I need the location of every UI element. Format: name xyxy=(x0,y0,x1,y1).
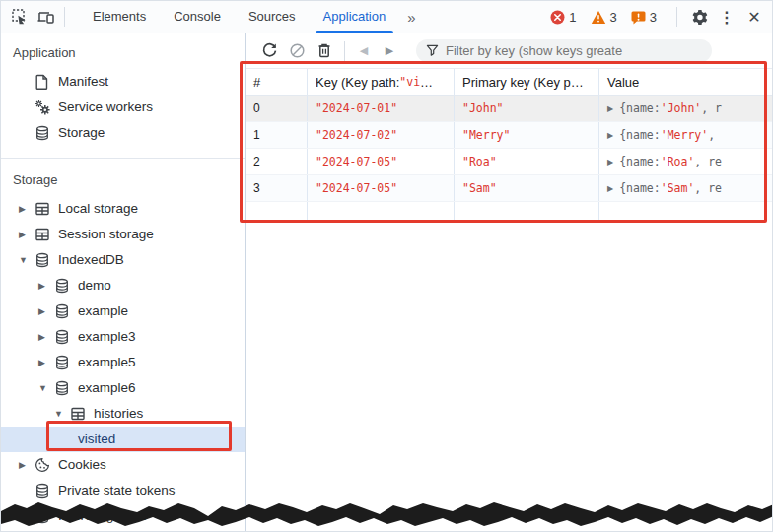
devtools-topbar: Elements Console Sources Application » 1 xyxy=(1,1,772,33)
sidebar-item-service-workers[interactable]: Service workers xyxy=(1,95,245,120)
close-devtools-icon[interactable]: ✕ xyxy=(742,5,766,29)
cell-primary-key: "Sam" xyxy=(455,175,599,201)
chevron-collapsed-icon[interactable]: ▶ xyxy=(19,230,35,239)
chevron-collapsed-icon[interactable]: ▶ xyxy=(19,204,35,214)
header-primary-key[interactable]: Primary key (Key p… xyxy=(455,69,599,95)
datagrid-row-1[interactable]: 1 "2024-07-02" "Merry" ▶{name: 'Merry', xyxy=(246,122,772,149)
sidebar-item-storage[interactable]: Storage xyxy=(1,120,245,146)
kebab-menu-icon[interactable]: ⋮ xyxy=(715,5,738,29)
sidebar-item-store-histories[interactable]: ▼ histories xyxy=(1,401,245,427)
header-index[interactable]: # xyxy=(246,69,308,95)
sidebar-item-interest-groups[interactable]: Interest groups xyxy=(1,503,245,529)
clear-object-store-icon[interactable] xyxy=(283,38,311,64)
issues-badge[interactable]: 3 xyxy=(631,10,661,25)
database-icon xyxy=(54,355,71,371)
sidebar-item-index-visited[interactable]: visited xyxy=(1,427,245,452)
cell-value-name: 'Sam' xyxy=(661,181,695,195)
sidebar-item-db-demo[interactable]: ▶ demo xyxy=(1,273,245,299)
device-toolbar-glyph xyxy=(36,8,55,27)
key-filter-input[interactable] xyxy=(446,43,702,58)
sidebar-item-label: Manifest xyxy=(58,75,108,89)
chevron-collapsed-icon[interactable]: ▶ xyxy=(38,306,54,316)
delete-selected-icon[interactable] xyxy=(311,38,338,64)
datagrid-row-2[interactable]: 2 "2024-07-05" "Roa" ▶{name: 'Roa', re xyxy=(246,149,772,175)
refresh-icon[interactable] xyxy=(255,38,283,64)
sidebar-item-label: Storage xyxy=(58,126,105,140)
cell-index: 3 xyxy=(246,175,308,201)
filter-funnel-icon xyxy=(426,44,439,57)
sidebar-item-private-state-tokens[interactable]: Private state tokens xyxy=(1,478,245,503)
sidebar-item-label: histories xyxy=(94,407,143,421)
tab-console[interactable]: Console xyxy=(160,1,235,33)
cell-key: "2024-07-05" xyxy=(308,175,455,201)
datagrid-row-3[interactable]: 3 "2024-07-05" "Sam" ▶{name: 'Sam', re xyxy=(246,175,772,202)
database-icon xyxy=(35,125,51,142)
cell-value-object: {name: xyxy=(619,128,661,142)
tab-sources[interactable]: Sources xyxy=(235,1,310,33)
chevron-collapsed-icon[interactable]: ▶ xyxy=(38,281,54,291)
error-badge[interactable]: 1 xyxy=(550,10,580,25)
tab-application[interactable]: Application xyxy=(310,1,400,33)
datagrid-filler-row xyxy=(246,202,772,220)
sidebar-item-label: Service workers xyxy=(58,100,153,114)
sidebar-item-manifest[interactable]: Manifest xyxy=(1,69,245,95)
cell-value-tail: , xyxy=(708,128,715,142)
expand-value-icon[interactable]: ▶ xyxy=(607,104,613,113)
chevron-collapsed-icon[interactable]: ▶ xyxy=(19,460,35,470)
page-forward-icon[interactable]: ▶ xyxy=(377,44,402,57)
section-title-storage: Storage xyxy=(13,172,245,187)
datagrid-toolbar: ◀ ▶ xyxy=(246,33,772,69)
database-icon xyxy=(54,303,71,320)
sidebar-item-cookies[interactable]: ▶ Cookies xyxy=(1,452,245,478)
chevron-expanded-icon[interactable]: ▼ xyxy=(54,409,70,419)
cell-primary-key: "Merry" xyxy=(455,122,599,148)
datagrid-row-0[interactable]: 0 "2024-07-01" "John" ▶{name: 'John', r xyxy=(246,96,772,122)
sidebar-item-label: Interest groups xyxy=(58,509,147,523)
table-icon xyxy=(70,406,87,423)
sidebar-item-db-example6[interactable]: ▼ example6 xyxy=(1,375,245,401)
header-value[interactable]: Value xyxy=(599,69,772,95)
error-icon xyxy=(550,10,565,25)
table-icon xyxy=(35,227,51,243)
cell-index: 2 xyxy=(246,149,308,174)
sidebar-item-label: Local storage xyxy=(58,202,138,216)
chevron-expanded-icon[interactable]: ▼ xyxy=(38,383,54,393)
object-store-datagrid: # Key (Key path: "vi… Primary key (Key p… xyxy=(246,69,772,220)
cell-primary-key: "John" xyxy=(455,96,599,121)
inspect-element-icon[interactable] xyxy=(7,4,33,30)
cell-index: 0 xyxy=(246,96,308,121)
chevron-collapsed-icon[interactable]: ▶ xyxy=(38,332,54,342)
header-key-text: Key (Key path: xyxy=(316,75,399,90)
chevron-collapsed-icon[interactable]: ▶ xyxy=(38,358,54,367)
datagrid-header-row: # Key (Key path: "vi… Primary key (Key p… xyxy=(246,69,772,96)
header-key[interactable]: Key (Key path: "vi… xyxy=(308,69,455,95)
sidebar-item-label: Session storage xyxy=(58,228,154,241)
expand-value-icon[interactable]: ▶ xyxy=(607,158,613,166)
application-sidebar: Application Manifest S xyxy=(1,33,246,532)
expand-value-icon[interactable]: ▶ xyxy=(607,131,613,140)
key-filter-pill[interactable] xyxy=(416,39,712,62)
topbar-right-controls: 1 3 3 xyxy=(550,5,772,29)
cell-key: "2024-07-05" xyxy=(308,149,455,174)
warning-badge[interactable]: 3 xyxy=(591,10,621,25)
sidebar-item-db-example3[interactable]: ▶ example3 xyxy=(1,324,245,350)
expand-value-icon[interactable]: ▶ xyxy=(607,184,613,193)
sidebar-item-db-example5[interactable]: ▶ example5 xyxy=(1,350,245,375)
service-workers-gears-icon xyxy=(35,100,51,116)
more-tabs-icon[interactable]: » xyxy=(399,1,421,33)
cell-value-tail: , re xyxy=(694,181,722,195)
topbar-divider-right xyxy=(676,7,677,27)
device-toolbar-icon[interactable] xyxy=(33,4,58,30)
tab-elements[interactable]: Elements xyxy=(79,1,160,33)
sidebar-item-db-example[interactable]: ▶ example xyxy=(1,299,245,324)
topbar-divider-left xyxy=(64,7,65,27)
page-back-icon[interactable]: ◀ xyxy=(351,44,377,57)
chevron-expanded-icon[interactable]: ▼ xyxy=(19,255,35,265)
sidebar-item-label: example5 xyxy=(78,356,136,369)
settings-gear-icon[interactable] xyxy=(687,5,711,29)
sidebar-item-local-storage[interactable]: ▶ Local storage xyxy=(1,196,245,222)
sidebar-item-indexeddb[interactable]: ▼ IndexedDB xyxy=(1,247,245,273)
sidebar-divider xyxy=(1,158,245,161)
warning-count: 3 xyxy=(610,10,617,25)
sidebar-item-session-storage[interactable]: ▶ Session storage xyxy=(1,222,245,247)
